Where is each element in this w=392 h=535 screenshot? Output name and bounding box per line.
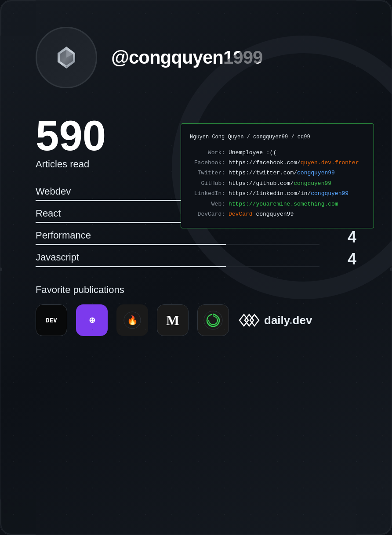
facebook-link: quyen.dev.fronter xyxy=(301,159,359,166)
producthunt-svg: ⊕ xyxy=(84,312,100,328)
devcard-link: DevCard xyxy=(229,211,253,217)
terminal-row-work: Work: Unemployee :(( xyxy=(190,148,365,158)
topic-info-performance: Performance xyxy=(36,230,319,245)
topic-bar-fill-javascript xyxy=(36,266,226,267)
terminal-label-twitter: Twitter: xyxy=(190,168,225,178)
profile-card: @congquyen1999 Nguyen Cong Quyen / congq… xyxy=(0,0,392,535)
terminal-header: Nguyen Cong Quyen / congquyen99 / cq99 xyxy=(190,133,365,142)
topic-bar-track-javascript xyxy=(36,266,319,267)
web-link: https://youaremine.something.com xyxy=(229,199,338,209)
terminal-value-github: https://github.com/congquyen99 xyxy=(229,178,331,188)
linkedin-link: congquyen99 xyxy=(311,190,348,197)
avatar xyxy=(36,27,97,88)
topic-name-javascript: Javascript xyxy=(36,252,319,263)
terminal-value-devcard: DevCard congquyen99 xyxy=(229,209,294,219)
terminal-value-linkedin: https://linkedin.com/in/congquyen99 xyxy=(229,188,348,199)
corner-decoration-tr xyxy=(356,0,392,36)
corner-decoration-br xyxy=(356,499,392,535)
username: @congquyen1999 xyxy=(111,47,262,68)
terminal-label-linkedin: LinkedIn: xyxy=(190,188,225,199)
terminal-label-github: GitHub: xyxy=(190,178,225,188)
terminal-row-web: Web: https://youaremine.something.com xyxy=(190,199,365,209)
left-dot-connector xyxy=(0,268,2,271)
pub-producthunt-icon: ⊕ xyxy=(76,304,108,336)
right-dot-connector xyxy=(390,268,392,271)
fcc-svg: 🔥 xyxy=(123,311,141,329)
terminal-label-facebook: Facebook: xyxy=(190,158,225,168)
topic-row-performance: Performance 4 xyxy=(36,228,356,246)
topic-info-javascript: Javascript xyxy=(36,252,319,267)
corner-decoration-bl xyxy=(0,499,36,535)
avatar-icon xyxy=(53,44,80,71)
pub-medium-icon: M xyxy=(157,304,189,336)
topic-bar-fill-performance xyxy=(36,244,226,245)
terminal-row-twitter: Twitter: https://twitter.com/congquyen99 xyxy=(190,168,365,178)
svg-text:🔥: 🔥 xyxy=(127,315,138,325)
terminal-row-facebook: Facebook: https://facebook.com/quyen.dev… xyxy=(190,158,365,168)
topic-bar-track-performance xyxy=(36,244,319,245)
pub-dailydev-icon: daily.dev xyxy=(238,312,312,329)
terminal-label-devcard: DevCard: xyxy=(190,209,225,219)
topic-name-performance: Performance xyxy=(36,230,319,241)
profile-header: @congquyen1999 xyxy=(36,27,356,88)
topic-count-performance: 4 xyxy=(330,228,356,246)
terminal-value-twitter: https://twitter.com/congquyen99 xyxy=(229,168,335,178)
terminal-value-facebook: https://facebook.com/quyen.dev.fronter xyxy=(229,158,359,168)
terminal-card: Nguyen Cong Quyen / congquyen99 / cq99 W… xyxy=(181,123,374,228)
terminal-row-linkedin: LinkedIn: https://linkedin.com/in/congqu… xyxy=(190,188,365,199)
dailydev-dev: dev xyxy=(293,314,312,327)
terminal-label-web: Web: xyxy=(190,199,225,209)
publications-row: DEV ⊕ 🔥 M xyxy=(36,304,356,336)
terminal-row-devcard: DevCard: DevCard congquyen99 xyxy=(190,209,365,219)
fav-pubs-label: Favorite publications xyxy=(36,284,356,296)
corner-decoration-tl xyxy=(0,0,36,36)
pub-dev-icon: DEV xyxy=(36,304,67,336)
pub-ahrefs-icon xyxy=(197,304,229,336)
terminal-label-work: Work: xyxy=(190,148,225,158)
topic-count-javascript: 4 xyxy=(330,250,356,268)
dailydev-daily: daily xyxy=(264,314,289,327)
dailydev-dot: . xyxy=(289,314,292,327)
twitter-link: congquyen99 xyxy=(297,170,335,176)
ahrefs-svg xyxy=(203,311,223,330)
terminal-row-github: GitHub: https://github.com/congquyen99 xyxy=(190,178,365,188)
dailydev-logo-svg xyxy=(238,312,261,329)
svg-text:⊕: ⊕ xyxy=(89,316,95,325)
terminal-value-work: Unemployee :(( xyxy=(229,148,276,158)
topic-row-javascript: Javascript 4 xyxy=(36,250,356,268)
pub-fcc-icon: 🔥 xyxy=(116,304,148,336)
dailydev-text: daily.dev xyxy=(264,314,312,327)
github-link: congquyen99 xyxy=(294,180,331,187)
